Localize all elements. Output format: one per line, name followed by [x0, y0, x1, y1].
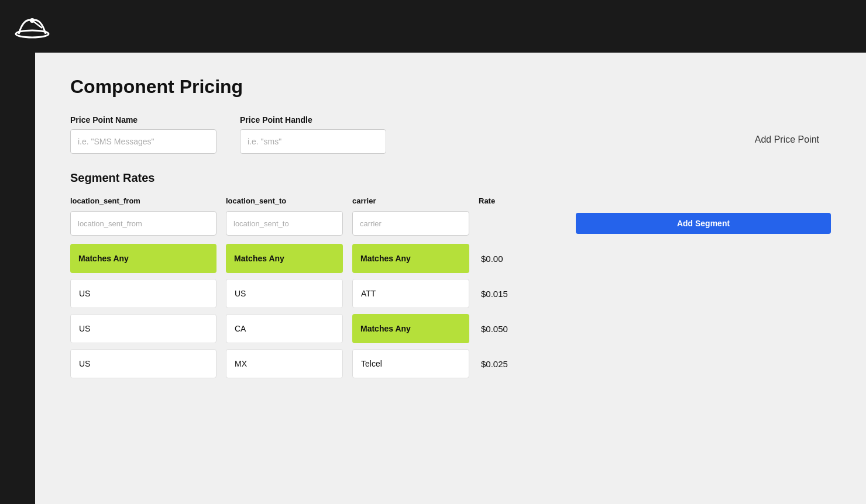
- table-row: US MX Telcel $0.025: [70, 349, 831, 378]
- main-content: Component Pricing Add Price Point Price …: [35, 53, 866, 402]
- add-price-point-link[interactable]: Add Price Point: [755, 134, 819, 145]
- logo-icon: [12, 12, 53, 41]
- lst-input[interactable]: [226, 211, 343, 236]
- col-header-carrier: carrier: [352, 196, 469, 205]
- col-header-lst: location_sent_to: [226, 196, 343, 205]
- price-point-name-group: Price Point Name: [70, 115, 216, 154]
- segment-table: location_sent_from location_sent_to carr…: [70, 196, 831, 378]
- col-header-lsf: location_sent_from: [70, 196, 216, 205]
- lsf-cell: US: [70, 279, 216, 308]
- lst-cell: Matches Any: [226, 244, 343, 273]
- segment-header: location_sent_from location_sent_to carr…: [70, 196, 831, 205]
- table-row: Matches Any Matches Any Matches Any $0.0…: [70, 244, 831, 273]
- carrier-cell: Matches Any: [352, 314, 469, 343]
- price-point-name-input[interactable]: [70, 129, 216, 154]
- lsf-input[interactable]: [70, 211, 216, 236]
- add-segment-button[interactable]: Add Segment: [576, 213, 831, 234]
- segment-rates-title: Segment Rates: [70, 171, 831, 185]
- carrier-cell: Matches Any: [352, 244, 469, 273]
- segment-input-row: Add Segment: [70, 211, 831, 236]
- carrier-input[interactable]: [352, 211, 469, 236]
- lsf-cell: US: [70, 314, 216, 343]
- col-header-rate: Rate: [479, 196, 566, 205]
- carrier-cell: Telcel: [352, 349, 469, 378]
- price-point-fields: Price Point Name Price Point Handle: [70, 115, 831, 154]
- data-rows: Matches Any Matches Any Matches Any $0.0…: [70, 244, 831, 378]
- carrier-cell: ATT: [352, 279, 469, 308]
- table-row: US CA Matches Any $0.050: [70, 314, 831, 343]
- lsf-cell: US: [70, 349, 216, 378]
- rate-cell: $0.015: [479, 289, 566, 299]
- lst-cell: CA: [226, 314, 343, 343]
- table-row: US US ATT $0.015: [70, 279, 831, 308]
- top-bar: [0, 0, 866, 53]
- price-point-handle-label: Price Point Handle: [240, 115, 386, 125]
- rate-cell: $0.025: [479, 359, 566, 369]
- price-point-handle-group: Price Point Handle: [240, 115, 386, 154]
- price-point-name-label: Price Point Name: [70, 115, 216, 125]
- lst-cell: US: [226, 279, 343, 308]
- rate-cell: $0.050: [479, 324, 566, 334]
- page-title: Component Pricing: [70, 76, 831, 98]
- price-point-handle-input[interactable]: [240, 129, 386, 154]
- rate-cell: $0.00: [479, 254, 566, 264]
- lst-cell: MX: [226, 349, 343, 378]
- lsf-cell: Matches Any: [70, 244, 216, 273]
- svg-point-0: [16, 30, 49, 37]
